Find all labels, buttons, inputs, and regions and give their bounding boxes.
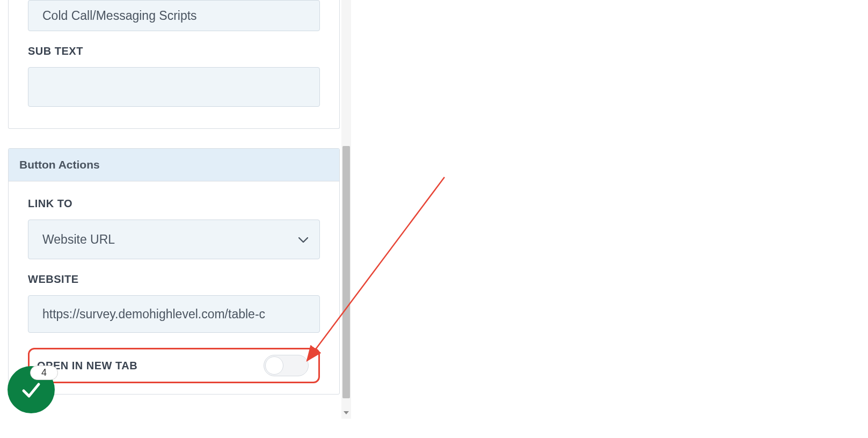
sub-text-input[interactable] [28, 67, 320, 107]
link-to-select[interactable]: Website URL [28, 220, 320, 259]
scrollbar-track[interactable] [341, 0, 351, 419]
step-badge: 4 [30, 366, 58, 380]
scrollbar-down-button[interactable] [341, 408, 351, 418]
website-url-input[interactable] [28, 295, 320, 333]
button-actions-card: Button Actions LINK TO Website URL WEBSI… [8, 148, 340, 395]
main-text-input[interactable] [28, 0, 320, 31]
toggle-knob [265, 356, 283, 375]
open-new-tab-row: OPEN IN NEW TAB [28, 348, 320, 383]
link-to-label: LINK TO [28, 198, 320, 210]
website-label: WEBSITE [28, 273, 320, 286]
caret-down-icon [344, 411, 349, 414]
open-new-tab-toggle[interactable] [264, 355, 309, 376]
button-actions-body: LINK TO Website URL WEBSITE OPEN IN NEW … [9, 181, 339, 394]
text-section-card: SUB TEXT [8, 0, 340, 129]
check-icon [19, 378, 43, 402]
settings-scroll-area: SUB TEXT Button Actions LINK TO Website … [8, 0, 340, 419]
sub-text-label: SUB TEXT [28, 45, 320, 57]
scrollbar-thumb[interactable] [342, 146, 350, 398]
link-to-selected-value: Website URL [42, 232, 115, 247]
link-to-select-wrap: Website URL [28, 220, 320, 259]
button-actions-header: Button Actions [9, 149, 339, 181]
